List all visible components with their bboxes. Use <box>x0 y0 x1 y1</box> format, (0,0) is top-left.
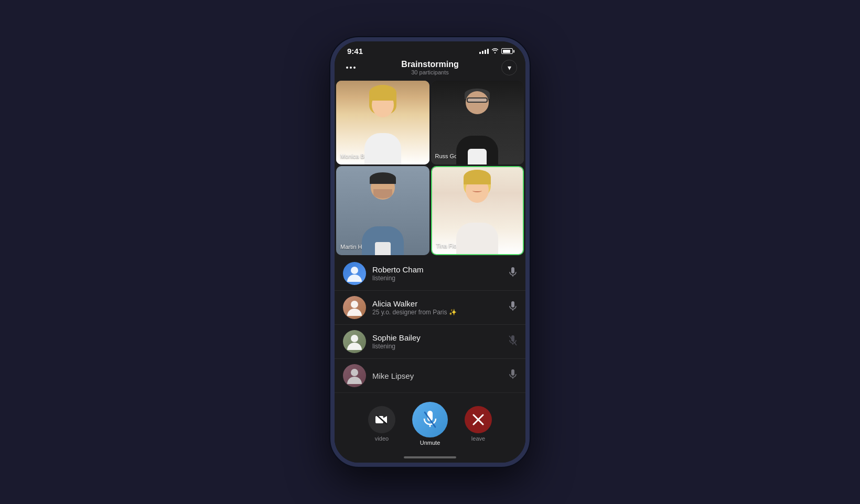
video-icon <box>368 406 395 433</box>
video-grid: Monica Bates <box>335 81 525 255</box>
participant-info-sophie: Sophie Bailey listening <box>372 333 502 350</box>
home-indicator <box>335 452 525 463</box>
collapse-button[interactable]: ▾ <box>501 60 517 75</box>
participant-mic-alicia <box>509 301 517 314</box>
participant-item-alicia[interactable]: Alicia Walker 25 y.o. designer from Pari… <box>335 291 525 325</box>
participant-avatar-roberto <box>343 262 366 285</box>
video-cell-monica[interactable]: Monica Bates <box>336 81 429 165</box>
participant-mic-sophie <box>509 335 517 348</box>
svg-rect-12 <box>511 301 514 308</box>
status-time: 9:41 <box>347 47 363 56</box>
participant-status-alicia: 25 y.o. designer from Paris ✨ <box>372 309 502 316</box>
svg-point-11 <box>351 301 358 308</box>
mute-icon <box>412 402 448 437</box>
video-label: video <box>375 435 389 442</box>
participant-mic-roberto <box>509 267 517 280</box>
svg-point-18 <box>351 369 358 376</box>
participant-avatar-alicia <box>343 296 366 319</box>
participant-mic-mike <box>509 369 517 382</box>
call-subtitle: 30 participants <box>401 69 458 75</box>
chevron-down-icon: ▾ <box>508 63 511 72</box>
svg-point-8 <box>351 267 358 274</box>
participant-name-alicia: Alicia Walker <box>372 299 502 308</box>
participant-name-mike: Mike Lipsey <box>372 371 502 380</box>
more-icon <box>346 67 356 69</box>
svg-point-14 <box>351 335 358 342</box>
phone-frame: 9:41 <box>330 37 530 467</box>
participant-info-alicia: Alicia Walker 25 y.o. designer from Pari… <box>372 299 502 316</box>
bottom-controls: video Unmute <box>335 396 525 452</box>
call-title: Brainstorming <box>401 60 458 69</box>
participant-info-mike: Mike Lipsey <box>372 371 502 380</box>
participant-avatar-mike <box>343 364 366 387</box>
svg-rect-19 <box>511 369 514 376</box>
participants-list: Roberto Cham listening Alicia Walker <box>335 257 525 396</box>
leave-icon <box>465 406 492 433</box>
call-title-group: Brainstorming 30 participants <box>401 60 458 75</box>
home-bar <box>404 456 456 458</box>
svg-rect-9 <box>511 267 514 273</box>
signal-icon <box>479 49 489 54</box>
participant-status-sophie: listening <box>372 343 502 350</box>
leave-button[interactable]: leave <box>465 406 492 442</box>
video-cell-martin[interactable]: Martin Hersey <box>336 166 429 255</box>
video-cell-tina[interactable]: Tina Flowers <box>431 166 524 255</box>
leave-label: leave <box>471 435 485 442</box>
unmute-label: Unmute <box>420 440 440 446</box>
status-icons <box>479 47 513 55</box>
participant-name-sophie: Sophie Bailey <box>372 333 502 342</box>
call-header: Brainstorming 30 participants ▾ <box>335 58 525 81</box>
wifi-icon <box>491 47 499 55</box>
more-button[interactable] <box>343 60 359 75</box>
participant-item-mike[interactable]: Mike Lipsey <box>335 359 525 393</box>
video-button[interactable]: video <box>368 406 395 442</box>
controls-row: video Unmute <box>335 402 525 446</box>
participant-item-roberto[interactable]: Roberto Cham listening <box>335 257 525 291</box>
phone-screen: 9:41 <box>335 41 525 463</box>
participant-item-sophie[interactable]: Sophie Bailey listening <box>335 325 525 359</box>
mute-button[interactable]: Unmute <box>412 402 448 446</box>
participant-status-roberto: listening <box>372 275 502 282</box>
status-bar: 9:41 <box>335 41 525 58</box>
participant-info-roberto: Roberto Cham listening <box>372 265 502 282</box>
video-cell-russ[interactable]: Russ Goodwin <box>431 81 524 165</box>
participant-name-roberto: Roberto Cham <box>372 265 502 274</box>
battery-icon <box>501 48 513 54</box>
participant-avatar-sophie <box>343 330 366 353</box>
